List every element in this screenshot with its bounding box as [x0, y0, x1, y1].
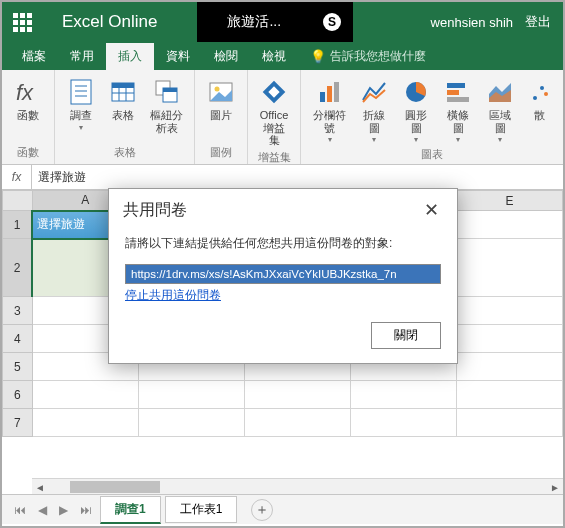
- close-button[interactable]: 關閉: [371, 322, 441, 349]
- formula-bar: fx 選擇旅遊: [2, 165, 563, 190]
- tab-view[interactable]: 檢視: [250, 43, 298, 70]
- tab-insert[interactable]: 插入: [106, 43, 154, 70]
- tab-data[interactable]: 資料: [154, 43, 202, 70]
- scroll-left-icon[interactable]: ◄: [32, 479, 48, 494]
- cell[interactable]: [138, 381, 244, 409]
- cell[interactable]: [138, 409, 244, 437]
- table-icon: [107, 76, 139, 108]
- picture-icon: [205, 76, 237, 108]
- cell[interactable]: [456, 409, 562, 437]
- addins-icon: [258, 76, 290, 108]
- area-chart-icon: [484, 76, 516, 108]
- dialog-message: 請將以下連結提供給任何您想共用這份問卷的對象:: [125, 235, 441, 252]
- cell[interactable]: [244, 409, 350, 437]
- dialog-title: 共用問卷: [123, 200, 420, 221]
- row-header-5[interactable]: 5: [3, 353, 33, 381]
- scatter-chart-button[interactable]: 散: [522, 74, 557, 146]
- cell[interactable]: [456, 381, 562, 409]
- cell[interactable]: [350, 381, 456, 409]
- scatter-chart-icon: [524, 76, 556, 108]
- cell[interactable]: [32, 381, 138, 409]
- line-chart-button[interactable]: 折線圖 ▾: [354, 74, 394, 146]
- svg-rect-19: [334, 82, 339, 102]
- tell-me[interactable]: 💡 告訴我您想做什麼: [298, 43, 438, 70]
- group-tables-label: 表格: [61, 144, 188, 162]
- formula-input[interactable]: 選擇旅遊: [32, 169, 563, 186]
- document-title[interactable]: 旅遊活...: [197, 2, 311, 42]
- table-button[interactable]: 表格: [103, 74, 143, 144]
- row-header-3[interactable]: 3: [3, 297, 33, 325]
- cell[interactable]: [456, 325, 562, 353]
- function-button[interactable]: fx 函數: [8, 74, 48, 144]
- office-addins-button[interactable]: Office 增益集: [254, 74, 294, 149]
- app-launcher[interactable]: [2, 2, 42, 42]
- pivot-button[interactable]: 樞紐分析表: [145, 74, 188, 144]
- ribbon: fx 函數 函數 調查 ▾ 表格 樞紐分析表 表格: [2, 70, 563, 165]
- bar-chart-button[interactable]: 橫條圖 ▾: [438, 74, 478, 146]
- chevron-down-icon: ▾: [456, 135, 460, 144]
- scroll-thumb[interactable]: [70, 481, 160, 493]
- skype-icon: S: [323, 13, 341, 31]
- scroll-right-icon[interactable]: ►: [547, 479, 563, 494]
- cell[interactable]: [456, 297, 562, 325]
- close-icon[interactable]: ✕: [420, 199, 443, 221]
- tab-home[interactable]: 常用: [58, 43, 106, 70]
- sheet-tab-1[interactable]: 調查1: [100, 496, 161, 524]
- area-chart-button[interactable]: 區域圖 ▾: [480, 74, 520, 146]
- tab-review[interactable]: 檢閱: [202, 43, 250, 70]
- row-header-6[interactable]: 6: [3, 381, 33, 409]
- cell[interactable]: [456, 211, 562, 239]
- svg-rect-23: [447, 97, 469, 102]
- svg-rect-18: [327, 86, 332, 102]
- chevron-down-icon: ▾: [414, 135, 418, 144]
- cell[interactable]: [244, 381, 350, 409]
- tab-file[interactable]: 檔案: [10, 43, 58, 70]
- pie-chart-icon: [400, 76, 432, 108]
- svg-point-27: [540, 86, 544, 90]
- stop-sharing-link[interactable]: 停止共用這份問卷: [125, 288, 221, 302]
- cell[interactable]: [350, 409, 456, 437]
- column-chart-icon: [314, 76, 346, 108]
- group-illus-label: 圖例: [201, 144, 241, 162]
- survey-button[interactable]: 調查 ▾: [61, 74, 101, 144]
- user-name[interactable]: wenhsien shih: [431, 15, 513, 30]
- share-url-input[interactable]: https://1drv.ms/xs/s!AsKmJXxaiVcYkIUBJKz…: [125, 264, 441, 284]
- chevron-down-icon: ▾: [328, 135, 332, 144]
- cell[interactable]: [456, 353, 562, 381]
- sheet-nav-first[interactable]: ⏮: [10, 503, 30, 517]
- sheet-nav-prev[interactable]: ◀: [34, 503, 51, 517]
- cell[interactable]: [456, 239, 562, 297]
- signout-link[interactable]: 登出: [525, 13, 551, 31]
- sheet-tab-2[interactable]: 工作表1: [165, 496, 238, 523]
- picture-button[interactable]: 圖片: [201, 74, 241, 144]
- column-chart-button[interactable]: 分欄符號 ▾: [307, 74, 352, 146]
- function-icon: fx: [12, 76, 44, 108]
- waffle-icon: [13, 13, 32, 32]
- row-header-1[interactable]: 1: [3, 211, 33, 239]
- select-all-corner[interactable]: [3, 191, 33, 211]
- tell-me-label: 告訴我您想做什麼: [330, 48, 426, 65]
- sheet-nav-next[interactable]: ▶: [55, 503, 72, 517]
- skype-button[interactable]: S: [311, 2, 353, 42]
- sheet-tabs: ⏮ ◀ ▶ ⏭ 調查1 工作表1 ＋: [2, 494, 563, 524]
- row-header-2[interactable]: 2: [3, 239, 33, 297]
- add-sheet-button[interactable]: ＋: [251, 499, 273, 521]
- ribbon-tabs: 檔案 常用 插入 資料 檢閱 檢視 💡 告訴我您想做什麼: [2, 42, 563, 70]
- line-chart-icon: [358, 76, 390, 108]
- chevron-down-icon: ▾: [79, 123, 83, 132]
- svg-rect-21: [447, 83, 465, 88]
- horizontal-scrollbar[interactable]: ◄ ►: [32, 478, 563, 494]
- svg-rect-6: [112, 83, 134, 88]
- bulb-icon: 💡: [310, 49, 326, 64]
- svg-text:fx: fx: [16, 80, 34, 105]
- survey-icon: [65, 76, 97, 108]
- svg-rect-12: [163, 88, 177, 92]
- row-header-7[interactable]: 7: [3, 409, 33, 437]
- pie-chart-button[interactable]: 圓形圖 ▾: [396, 74, 436, 146]
- col-header-e[interactable]: E: [456, 191, 562, 211]
- sheet-nav-last[interactable]: ⏭: [76, 503, 96, 517]
- cell[interactable]: [32, 409, 138, 437]
- row-header-4[interactable]: 4: [3, 325, 33, 353]
- svg-point-14: [215, 87, 220, 92]
- svg-rect-1: [71, 80, 91, 104]
